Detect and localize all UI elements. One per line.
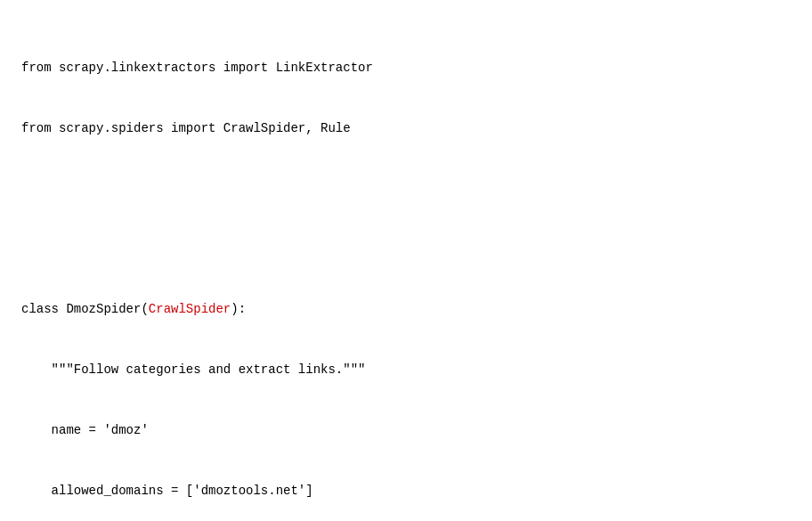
code-text-red: CrawlSpider — [149, 302, 231, 316]
code-line-7: name = 'dmoz' — [21, 420, 791, 441]
code-text: allowed_domains = ['dmoztools.net'] — [21, 484, 313, 498]
code-text: from scrapy.spiders import CrawlSpider, … — [21, 121, 351, 135]
code-line-2: from scrapy.spiders import CrawlSpider, … — [21, 118, 791, 139]
code-text: """Follow categories and extract links."… — [21, 362, 365, 377]
code-text: class DmozSpider( — [21, 302, 149, 316]
code-line-3 — [21, 179, 791, 199]
code-line-1: from scrapy.linkextractors import LinkEx… — [21, 58, 791, 78]
code-line-8: allowed_domains = ['dmoztools.net'] — [21, 481, 791, 501]
code-line-6: """Follow categories and extract links."… — [21, 360, 791, 380]
code-line-5: class DmozSpider(CrawlSpider): — [21, 299, 791, 320]
code-text: ): — [231, 302, 246, 316]
code-text: name = 'dmoz' — [21, 423, 149, 437]
code-line-4 — [21, 239, 791, 259]
code-container: from scrapy.linkextractors import LinkEx… — [21, 18, 791, 521]
code-text: from scrapy.linkextractors import LinkEx… — [21, 61, 373, 75]
